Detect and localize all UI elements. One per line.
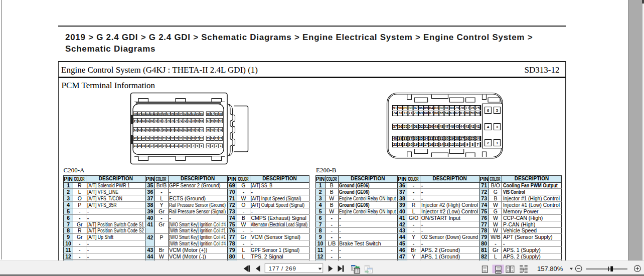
- svg-text:78: 78: [158, 119, 162, 122]
- svg-text:57: 57: [158, 128, 162, 131]
- svg-text:11: 11: [175, 144, 178, 147]
- svg-text:66: 66: [211, 119, 214, 122]
- svg-text:40: 40: [393, 137, 397, 140]
- svg-text:34: 34: [167, 137, 170, 140]
- svg-text:49: 49: [434, 125, 438, 128]
- svg-text:5: 5: [496, 108, 498, 113]
- svg-text:63: 63: [134, 128, 137, 131]
- svg-text:67: 67: [429, 111, 433, 115]
- svg-text:1: 1: [220, 144, 222, 147]
- svg-text:89: 89: [403, 106, 407, 110]
- svg-text:67: 67: [207, 119, 210, 122]
- svg-text:78: 78: [460, 106, 464, 110]
- svg-text:4: 4: [207, 144, 209, 147]
- svg-text:51: 51: [424, 125, 428, 128]
- svg-text:68: 68: [424, 111, 428, 115]
- svg-text:48: 48: [439, 125, 443, 128]
- svg-text:62: 62: [138, 128, 141, 131]
- svg-text:16: 16: [154, 144, 157, 147]
- svg-text:3: 3: [496, 125, 498, 129]
- svg-text:10: 10: [460, 143, 464, 146]
- svg-text:65: 65: [215, 119, 218, 122]
- svg-text:41: 41: [476, 125, 480, 128]
- svg-text:82: 82: [142, 119, 145, 122]
- svg-text:22: 22: [219, 137, 222, 140]
- svg-text:3: 3: [212, 144, 213, 147]
- svg-text:75: 75: [171, 119, 174, 122]
- svg-text:64: 64: [219, 119, 222, 122]
- svg-text:31: 31: [439, 137, 443, 140]
- svg-text:54: 54: [171, 128, 174, 131]
- svg-text:42: 42: [134, 137, 137, 140]
- svg-text:95: 95: [175, 112, 178, 115]
- svg-text:18: 18: [146, 144, 149, 147]
- svg-text:83: 83: [434, 106, 438, 110]
- svg-text:28: 28: [455, 137, 459, 140]
- svg-text:56: 56: [163, 128, 166, 131]
- svg-text:86: 86: [419, 106, 423, 110]
- svg-text:71: 71: [409, 111, 413, 115]
- svg-text:66: 66: [434, 111, 438, 115]
- svg-text:157.80%: 157.80%: [537, 265, 563, 272]
- svg-text:19: 19: [142, 144, 145, 147]
- svg-text:20: 20: [138, 144, 141, 147]
- svg-text:15: 15: [434, 143, 438, 146]
- svg-text:32: 32: [434, 137, 438, 140]
- svg-text:88: 88: [207, 112, 210, 115]
- svg-text:85: 85: [219, 112, 222, 115]
- svg-text:24: 24: [476, 137, 480, 140]
- svg-text:44: 44: [215, 128, 218, 131]
- svg-text:44: 44: [460, 125, 464, 128]
- svg-text:75: 75: [476, 106, 480, 110]
- svg-text:64: 64: [445, 111, 449, 115]
- svg-text:46: 46: [450, 125, 454, 128]
- svg-text:84: 84: [429, 106, 433, 110]
- svg-text:14: 14: [163, 144, 166, 147]
- svg-text:177 / 269: 177 / 269: [269, 265, 296, 271]
- svg-text:94: 94: [179, 112, 182, 115]
- svg-text:42: 42: [470, 125, 474, 128]
- svg-text:50: 50: [429, 125, 433, 128]
- svg-text:52: 52: [419, 125, 423, 128]
- svg-text:97: 97: [167, 112, 170, 115]
- svg-text:2: 2: [216, 144, 217, 147]
- svg-text:77: 77: [163, 119, 166, 122]
- svg-text:93: 93: [184, 112, 187, 115]
- svg-text:99: 99: [158, 112, 162, 115]
- svg-text:12: 12: [171, 144, 174, 147]
- svg-text:76: 76: [470, 106, 474, 110]
- svg-text:71: 71: [188, 119, 191, 122]
- svg-text:79: 79: [455, 106, 459, 110]
- svg-text:40: 40: [142, 137, 145, 140]
- svg-text:74: 74: [175, 119, 178, 122]
- svg-text:47: 47: [445, 125, 449, 128]
- svg-text:72: 72: [403, 111, 407, 115]
- svg-text:102: 102: [146, 113, 150, 115]
- svg-text:90: 90: [196, 112, 199, 115]
- svg-text:53: 53: [175, 128, 178, 131]
- svg-text:10: 10: [179, 144, 182, 147]
- svg-text:45: 45: [211, 128, 214, 131]
- svg-text:76: 76: [167, 119, 170, 122]
- svg-text:63: 63: [450, 111, 454, 115]
- svg-text:23: 23: [215, 137, 218, 140]
- svg-text:24: 24: [211, 137, 214, 140]
- svg-text:50: 50: [188, 128, 191, 131]
- svg-text:6: 6: [197, 144, 198, 147]
- svg-text:34: 34: [424, 137, 428, 140]
- svg-text:68: 68: [200, 119, 203, 122]
- svg-text:30: 30: [184, 137, 187, 140]
- svg-text:90: 90: [398, 106, 402, 110]
- svg-text:39: 39: [398, 137, 402, 140]
- svg-text:19: 19: [414, 143, 418, 146]
- svg-text:12: 12: [450, 143, 454, 146]
- svg-text:59: 59: [470, 111, 474, 115]
- svg-text:86: 86: [215, 112, 218, 115]
- svg-text:59: 59: [150, 128, 153, 131]
- svg-text:81: 81: [445, 106, 449, 110]
- svg-text:104: 104: [137, 113, 141, 115]
- svg-text:88: 88: [409, 106, 413, 110]
- svg-text:1: 1: [496, 141, 498, 145]
- svg-text:36: 36: [414, 137, 418, 140]
- svg-text:36: 36: [158, 137, 162, 140]
